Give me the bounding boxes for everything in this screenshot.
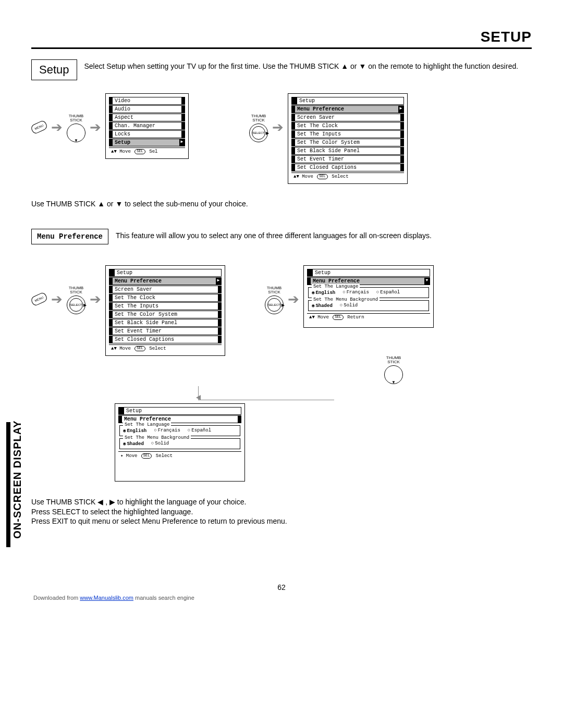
osd-hint: ▲▼ Move SEL Select	[109, 344, 222, 352]
osd-main-menu: Video Audio Aspect Chan. Manager Locks S…	[105, 93, 189, 159]
thumb-stick-label: THUMB STICK	[69, 286, 83, 294]
bg-shaded: Shaded	[123, 441, 144, 447]
page-header: SETUP	[31, 29, 532, 49]
section-desc-menu-preference: This feature will allow you to select an…	[116, 229, 532, 240]
background-fieldset: Set The Menu Background Shaded Solid	[308, 300, 429, 311]
instruction-text: Use THUMB STICK ▲ or ▼ to select the sub…	[31, 200, 532, 208]
osd-hint: ▲▼ Move SEL Select	[291, 172, 404, 180]
flow-diagram-1: MENU ➔ THUMB STICK ▼ ➔ Video Audio Aspec…	[31, 93, 532, 184]
page-number: 62	[31, 583, 532, 591]
lang-espanol: Español	[188, 428, 211, 434]
lang-francais: Français	[342, 290, 369, 295]
lang-espanol: Español	[376, 290, 400, 295]
section-label-setup: Setup	[31, 59, 77, 80]
osd-hint: ✦ Move SEL Select	[118, 451, 241, 460]
select-button-icon: SELECT▶	[265, 295, 284, 314]
bg-solid: Solid	[151, 441, 169, 447]
osd-setup-menu-2: Setup Menu Preference▶ Screen Saver Set …	[105, 265, 225, 356]
select-button-icon: SELECT▶	[67, 295, 85, 314]
section-menu-preference: Menu Preference This feature will allow …	[31, 229, 532, 244]
select-button-icon: SELECT▶	[249, 124, 268, 142]
thumb-stick-label: THUMB STICK	[69, 114, 83, 122]
menu-item-setup: Setup▶	[109, 139, 185, 146]
arrow-icon: ➔	[51, 292, 63, 306]
side-tab-strip	[6, 422, 10, 547]
lang-francais: Français	[154, 428, 180, 434]
arrow-icon: ➔	[288, 292, 299, 306]
thumb-stick-label: THUMB STICK	[386, 356, 401, 364]
side-tab-label: ON-SCREEN DISPLAY	[11, 412, 23, 547]
footer-instructions: Use THUMB STICK ◀ , ▶ to highlight the l…	[31, 497, 532, 526]
lang-english: English	[123, 428, 146, 434]
arrow-icon: ➔	[51, 120, 63, 134]
language-fieldset: Set The Language English Français Españo…	[308, 287, 429, 298]
bg-solid: Solid	[340, 303, 358, 309]
bg-shaded: Shaded	[312, 303, 333, 309]
manualslib-link[interactable]: www.Manualslib.com	[80, 595, 133, 601]
lang-english: English	[312, 290, 335, 295]
menu-button-icon: MENU	[30, 292, 48, 307]
thumb-stick-icon: ▼	[67, 124, 85, 142]
download-note: Downloaded from www.Manualslib.com manua…	[31, 595, 532, 601]
osd-hint: ▲▼ Move SEL Sel	[109, 147, 185, 155]
osd-language-menu: Setup Menu Preference▼ Set The Language …	[303, 265, 434, 328]
section-setup: Setup Select Setup when setting your TV …	[31, 59, 532, 80]
menu-button-icon: MENU	[30, 120, 48, 135]
menu-item-menu-preference: Menu Preference▶	[291, 105, 404, 113]
arrow-icon: ➔	[90, 292, 101, 306]
thumb-stick-icon: ▼	[384, 365, 403, 384]
thumb-stick-label: THUMB STICK	[267, 286, 282, 294]
flow-connector	[198, 386, 334, 400]
background-fieldset: Set The Menu Background Shaded Solid	[119, 438, 240, 449]
osd-setup-menu: Setup Menu Preference▶ Screen Saver Set …	[288, 93, 408, 184]
language-fieldset: Set The Language English Français Españo…	[119, 425, 240, 436]
section-desc-setup: Select Setup when setting your TV up for…	[84, 59, 532, 71]
flow-diagram-2: MENU ➔ THUMB STICK SELECT▶ ➔ Setup Menu …	[31, 265, 532, 482]
osd-hint: ▲▼ Move SEL Return	[307, 313, 430, 321]
section-label-menu-preference: Menu Preference	[31, 229, 108, 244]
arrow-icon: ➔	[272, 120, 284, 134]
thumb-stick-label: THUMB STICK	[251, 114, 266, 122]
osd-language-menu-final: Setup Menu Preference Set The Language E…	[115, 403, 245, 482]
arrow-icon: ➔	[90, 120, 101, 134]
